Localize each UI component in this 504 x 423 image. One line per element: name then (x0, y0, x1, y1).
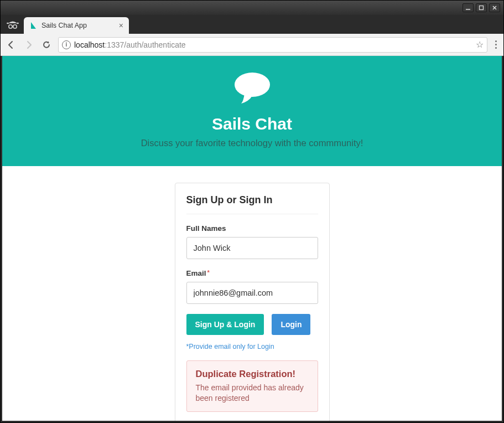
required-mark: * (207, 269, 210, 276)
window-maximize-button[interactable] (476, 3, 487, 12)
sails-favicon (29, 22, 37, 29)
tab-close-button[interactable]: × (119, 21, 123, 30)
url-text: localhost:1337/auth/authenticate (74, 40, 472, 49)
browser-menu-button[interactable] (493, 40, 499, 49)
svg-rect-1 (480, 6, 484, 10)
browser-tab[interactable]: Sails Chat App × (24, 17, 129, 34)
browser-toolbar: i localhost:1337/auth/authenticate ☆ (1, 34, 503, 56)
card-heading: Sign Up or Sign In (186, 194, 318, 214)
email-input[interactable] (186, 282, 318, 304)
svg-point-6 (9, 25, 12, 28)
email-field: Email* (186, 269, 318, 304)
alert-title: Duplicate Registration! (196, 369, 309, 379)
fullname-label: Full Names (186, 224, 318, 233)
hero-subtitle: Discuss your favorite technology with th… (8, 138, 496, 148)
bookmark-star-icon[interactable]: ☆ (476, 39, 484, 50)
signup-login-button[interactable]: Sign Up & Login (186, 314, 264, 335)
browser-window: Sails Chat App × i localhost:1337/auth/a… (0, 0, 504, 423)
error-alert: Duplicate Registration! The email provid… (186, 360, 318, 412)
login-hint: *Provide email only for Login (186, 343, 318, 350)
url-path: :1337/auth/authenticate (105, 40, 185, 49)
url-host: localhost (74, 40, 105, 49)
address-bar[interactable]: i localhost:1337/auth/authenticate ☆ (58, 37, 487, 53)
auth-card: Sign Up or Sign In Full Names Email* Sig… (175, 183, 330, 422)
forward-button[interactable] (23, 39, 35, 51)
fullname-input[interactable] (186, 237, 318, 259)
button-row: Sign Up & Login Login (186, 314, 318, 335)
window-minimize-button[interactable] (463, 3, 474, 12)
fullname-field: Full Names (186, 224, 318, 259)
svg-point-9 (235, 73, 270, 97)
hero-title: Sails Chat (8, 115, 496, 133)
tab-title: Sails Chat App (41, 22, 87, 29)
window-titlebar (1, 1, 503, 15)
svg-point-7 (13, 25, 17, 28)
chat-bubble-icon (8, 69, 496, 110)
tab-strip: Sails Chat App × (1, 15, 503, 34)
login-button[interactable]: Login (272, 314, 310, 335)
alert-message: The email provided has already been regi… (196, 383, 309, 404)
back-button[interactable] (5, 39, 17, 51)
incognito-icon (5, 17, 20, 33)
reload-button[interactable] (40, 39, 53, 51)
window-close-button[interactable] (489, 3, 500, 12)
site-info-icon[interactable]: i (62, 40, 71, 49)
page-viewport: Sails Chat Discuss your favorite technol… (1, 56, 503, 422)
email-label: Email* (186, 269, 318, 277)
hero-banner: Sails Chat Discuss your favorite technol… (2, 56, 502, 166)
